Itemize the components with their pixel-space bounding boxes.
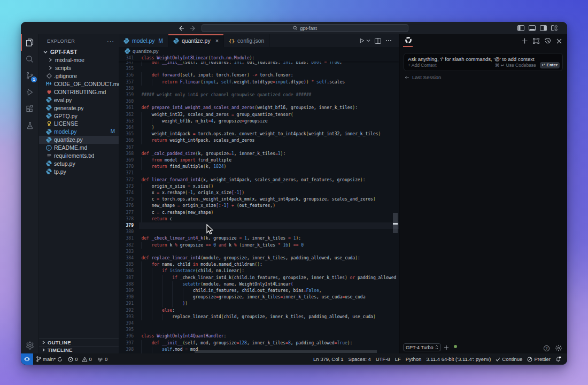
customize-layout-icon[interactable] [551,25,558,31]
split-editor-icon[interactable] [375,38,381,44]
tab-model.py[interactable]: model.pyM [119,34,168,47]
line-number: 365 [119,131,134,137]
activity-bar-item-explorer-files[interactable] [21,34,38,51]
tree-root-row[interactable]: GPT-FAST [39,48,119,56]
breadcrumb[interactable]: quantize.py [119,47,399,55]
git-modified-badge: M [111,128,115,134]
line-number: 397 [119,340,134,346]
activity-bar-item-source-control[interactable]: 1 [21,67,38,84]
line-number: 380 [119,229,134,235]
activity-bar-item-search[interactable] [21,51,38,67]
code-line-396: 396class WeightOnlyInt4QuantHandler: [119,333,399,340]
activity-bar-item-run-debug[interactable] [21,84,38,101]
line-number: 379 [119,222,134,229]
tab-quantize.py[interactable]: .tab.active::before{background:#c05a50}q… [168,34,224,47]
activity-bar-item-settings[interactable] [21,338,38,352]
editor-group: model.pyM.tab.active::before{background:… [119,34,399,353]
tree-item-mixtral-moe[interactable]: mixtral-moe [39,56,119,64]
help-circle-icon[interactable]: ? [544,345,550,351]
tree-item-.gitignore[interactable]: .gitignore [39,72,119,80]
breadcrumb-file[interactable]: quantize.py [133,48,159,54]
tree-item-requirements.txt[interactable]: requirements.txt [39,152,119,160]
expand-chat-icon[interactable] [533,38,539,44]
tree-item-eval.py[interactable]: eval.py [39,96,119,104]
line-number: 390 [119,294,134,301]
history-icon[interactable] [545,38,551,44]
last-session-link[interactable]: Last Session [405,74,441,80]
code-line-361: 361def prepare_int4_weight_and_scales_an… [119,105,399,111]
settings-gear-icon[interactable] [555,345,562,351]
ellipsis-icon[interactable] [385,40,392,42]
enter-button[interactable]: ↵ Enter [540,62,560,68]
ellipsis-icon[interactable]: ··· [107,38,114,44]
activity-bar-item-testing[interactable] [21,117,38,134]
eol-status[interactable]: LF [395,356,401,362]
line-number: 393 [119,314,134,320]
code-line-385: 385 for name, child in module.named_chil… [119,261,399,268]
code-editor[interactable]: 347 def __init__(self, in_features: int,… [119,55,399,353]
timeline-section[interactable]: TIMELINE [39,346,119,353]
code-line-381: 381def _check_linear_int4_k(k, groupsize… [119,235,399,242]
tree-item-model.py[interactable]: model.pyM [39,128,119,136]
toggle-secondary-sidebar-icon[interactable] [540,25,547,31]
indentation-status[interactable]: Spaces: 4 [348,356,370,362]
encoding-status[interactable]: UTF-8 [376,356,390,362]
tree-item-scripts[interactable]: scripts [39,64,119,72]
toggle-primary-sidebar-icon[interactable] [517,25,524,31]
language-status[interactable]: Python [406,356,422,362]
run-python-file-button[interactable] [359,38,365,43]
git-branch-icon [36,356,41,362]
add-context-button[interactable]: + Add Context [408,63,495,68]
cursor-position-status[interactable]: Ln 379, Col 1 [313,356,344,362]
new-chat-plus-icon[interactable] [522,38,528,44]
line-number: 366 [119,137,134,144]
tab-config.json[interactable]: {}config.json [224,34,269,47]
continue-status[interactable]: Continue [496,356,522,362]
tree-item-LICENSE[interactable]: LICENSE [39,120,119,128]
forward-button[interactable] [190,26,196,31]
close-tab-icon[interactable]: × [215,37,219,44]
toggle-panel-icon[interactable] [529,25,536,31]
command-center-search[interactable]: gpt-fast [202,24,408,32]
notifications-bell-icon[interactable] [555,356,561,362]
mouse-cursor [206,224,215,236]
tree-item-GPTQ.py[interactable]: GPTQ.py [39,112,119,120]
ports-status[interactable]: 0 [97,356,107,362]
interpreter-status[interactable]: 3.11.4 64-bit ('3.11.4': pyenv) [426,356,491,362]
tree-item-README.md[interactable]: README.md [39,144,119,152]
tree-item-setup.py[interactable]: setup.py [39,159,119,167]
activity-bar-item-extensions[interactable] [21,101,38,117]
arrow-left-icon [405,75,409,80]
explorer-sidebar: EXPLORER ··· GPT-FASTmixtral-moescripts.… [38,34,119,353]
code-line-371: 371 [119,170,399,176]
use-codebase-button[interactable]: ⌘ ↵ Use Codebase [495,63,536,68]
git-branch-status[interactable]: main* [36,356,63,362]
back-button[interactable] [179,26,184,31]
chevron-down-icon[interactable] [366,39,370,42]
code-line-391: 391 )) [119,301,399,307]
extensions-icon [26,105,34,113]
tree-item-CONTRIBUTING.md[interactable]: CONTRIBUTING.md [39,88,119,96]
code-line-388: 388 setattr(module, name, WeightOnlyInt4… [119,281,399,288]
tree-item-generate.py[interactable]: generate.py [39,104,119,112]
chat-input-box[interactable]: Ask anything, '/' for slash commands, '@… [404,53,563,71]
cursor-logo-icon[interactable] [405,36,412,44]
add-model-plus-icon[interactable] [442,343,451,351]
problems-status[interactable]: 0 0 [68,356,92,362]
chat-header [400,34,567,48]
outline-section[interactable]: OUTLINE [39,338,119,346]
code-line-392: 392 else: [119,307,399,314]
model-selector[interactable]: GPT-4 Turbo [403,343,441,351]
tree-item-quantize.py[interactable]: quantize.py [39,136,119,144]
line-number: 363 [119,118,134,125]
prettier-status[interactable]: Prettier [527,356,551,362]
python-icon [173,38,179,44]
remote-indicator[interactable] [21,353,33,365]
line-number: 355 [119,66,134,72]
tree-item-tp.py[interactable]: tp.py [39,167,119,175]
line-number: 375 [119,196,134,203]
line-number: 388 [119,281,134,288]
horizontal-scrollbar[interactable] [195,350,377,353]
close-icon[interactable] [556,38,562,44]
tree-item-CODE_OF_CONDUCT.md[interactable]: CODE_OF_CONDUCT.md [39,80,119,88]
